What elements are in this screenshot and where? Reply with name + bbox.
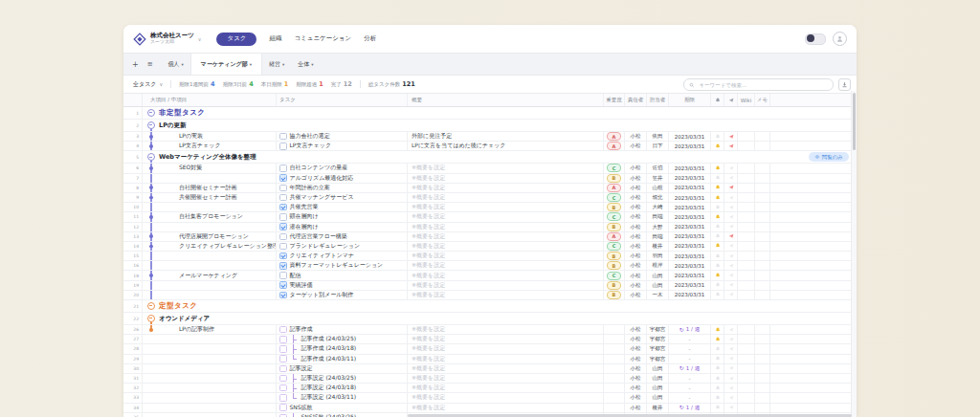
filter-management[interactable]: 経営▾ — [262, 54, 291, 75]
filter-marketing-dept[interactable]: マーケティング部▾ — [190, 54, 262, 75]
task-label[interactable]: 顕在層向け — [290, 212, 319, 221]
task-checkbox[interactable] — [279, 204, 287, 211]
task-label[interactable]: 年間計画の立案 — [290, 184, 330, 192]
filter-personal[interactable]: 個人▾ — [162, 54, 190, 75]
collapse-icon[interactable] — [147, 153, 155, 161]
menu-icon[interactable]: ≡ — [147, 60, 153, 68]
task-label[interactable]: 記事作成 (24/03/11) — [301, 355, 357, 363]
due-date: 2023/03/31 — [675, 185, 705, 190]
task-checkbox[interactable] — [279, 336, 287, 343]
collapse-icon[interactable] — [147, 302, 155, 310]
task-label[interactable]: 記事設定 (24/03/25) — [301, 374, 357, 383]
due-date: - — [689, 395, 691, 401]
theme-toggle[interactable] — [805, 33, 826, 45]
nav-tab-communication[interactable]: コミュニケーション — [294, 34, 351, 43]
task-label[interactable]: 共催先営業 — [290, 203, 319, 211]
wiki-cell — [738, 364, 755, 373]
task-label[interactable]: 協力会社の選定 — [290, 132, 330, 141]
table-row: 31記事設定 (24/03/25)※概要を設定小松山田- — [123, 374, 857, 384]
task-checkbox[interactable] — [279, 394, 287, 402]
download-button[interactable] — [838, 78, 851, 91]
task-checkbox[interactable] — [279, 375, 287, 383]
table-row: 29記事作成 (24/03/11)※概要を設定小松宇都宮- — [123, 355, 857, 364]
table-row: 9共催開催セミナー計画共催マッチングサービス※概要を設定C小松堀北2023/03… — [123, 193, 857, 203]
desc-text: ※概要を設定 — [412, 404, 445, 412]
task-label[interactable]: 記事作成 (24/03/25) — [301, 335, 357, 343]
task-checkbox[interactable] — [279, 174, 287, 182]
collapse-icon[interactable] — [147, 109, 155, 117]
importance-cell: A — [604, 232, 625, 241]
task-scope-select[interactable]: 全タスク∨ — [133, 80, 163, 89]
task-checkbox[interactable] — [279, 292, 287, 299]
task-checkbox[interactable] — [279, 213, 287, 221]
add-button[interactable]: + — [132, 60, 139, 69]
collapse-icon[interactable] — [147, 315, 155, 322]
nav-tab-organization[interactable]: 組織 — [269, 34, 281, 43]
vertical-scrollbar[interactable] — [851, 91, 857, 417]
col-header-desc: 概要 — [408, 94, 604, 106]
task-label[interactable]: クリエイティブトンマナ — [290, 252, 355, 260]
collapse-icon[interactable] — [147, 121, 155, 129]
spacer-cell — [770, 404, 857, 412]
scrollbar-thumb[interactable] — [408, 414, 852, 417]
task-checkbox[interactable] — [279, 133, 287, 141]
horizontal-scrollbar[interactable] — [123, 413, 852, 417]
task-label[interactable]: ブランドレギュレーション — [290, 242, 361, 251]
task-checkbox[interactable] — [279, 194, 287, 202]
task-label[interactable]: 記事作成 (24/03/18) — [301, 344, 357, 353]
task-label[interactable]: 共催マッチングサービス — [290, 193, 354, 202]
task-checkbox[interactable] — [279, 281, 287, 289]
chevron-down-icon[interactable]: ∨ — [198, 36, 202, 42]
task-label[interactable]: 資料フォーマットレギュレーション — [290, 261, 384, 270]
task-checkbox[interactable] — [279, 272, 287, 279]
responsible-cell: 小松 — [625, 271, 647, 279]
nav-tab-tasks[interactable]: タスク — [216, 33, 256, 46]
scrollbar-thumb[interactable] — [853, 93, 856, 150]
task-checkbox[interactable] — [279, 365, 287, 373]
wiki-cell — [738, 393, 755, 402]
bell-icon — [715, 165, 721, 171]
filter-all[interactable]: 全体▾ — [291, 54, 320, 75]
due-date: 2023/03/31 — [675, 214, 705, 220]
account-block[interactable]: 株式会社スーツ スーツ太郎 — [150, 33, 194, 45]
task-checkbox[interactable] — [279, 243, 287, 251]
task-checkbox[interactable] — [279, 223, 287, 230]
task-checkbox[interactable] — [279, 355, 287, 362]
avatar[interactable] — [833, 32, 847, 46]
task-label[interactable]: アルゴリズム最適化対応 — [290, 174, 354, 183]
task-label[interactable]: LP文言チェック — [290, 142, 332, 150]
wiki-cell — [738, 281, 755, 290]
task-label[interactable]: 代理店営業フロー構築 — [290, 232, 347, 241]
task-checkbox[interactable] — [279, 404, 287, 411]
send-cell — [724, 164, 738, 172]
task-checkbox[interactable] — [279, 185, 287, 192]
group-label: Webマーケティング全体像を整理 — [159, 153, 256, 162]
group-label: 定型タスク — [159, 301, 198, 311]
task-checkbox[interactable] — [279, 165, 287, 172]
task-label[interactable]: 記事設定 (24/03/11) — [301, 393, 357, 402]
task-label[interactable]: ターゲット別メール制作 — [290, 291, 354, 299]
nav-tab-analysis[interactable]: 分析 — [364, 34, 376, 43]
assignee-cell: 宇都宮 — [647, 335, 669, 343]
bell-icon — [715, 98, 721, 103]
search-input[interactable] — [697, 81, 828, 89]
task-checkbox[interactable] — [279, 326, 287, 334]
task-checkbox[interactable] — [279, 143, 287, 150]
task-label[interactable]: 潜在層向け — [290, 223, 319, 231]
task-checkbox[interactable] — [279, 345, 287, 353]
task-checkbox[interactable] — [279, 262, 287, 270]
task-checkbox[interactable] — [279, 252, 287, 260]
task-label[interactable]: SNS拡散 — [290, 404, 313, 412]
importance-cell — [604, 344, 625, 353]
bell-icon — [715, 233, 721, 239]
task-label[interactable]: 記事作成 — [290, 325, 313, 334]
bell-cell — [711, 184, 724, 192]
task-label[interactable]: 実績評価 — [290, 281, 313, 290]
task-label[interactable]: 配信 — [290, 272, 301, 280]
task-checkbox[interactable] — [279, 384, 287, 392]
task-label[interactable]: 記事設定 — [290, 364, 313, 373]
task-checkbox[interactable] — [279, 233, 287, 241]
task-label[interactable]: 自社コンテンツの量産 — [290, 164, 348, 172]
task-label[interactable]: 記事設定 (24/03/18) — [301, 384, 357, 392]
group-cell: オウンドメディア — [143, 313, 857, 324]
